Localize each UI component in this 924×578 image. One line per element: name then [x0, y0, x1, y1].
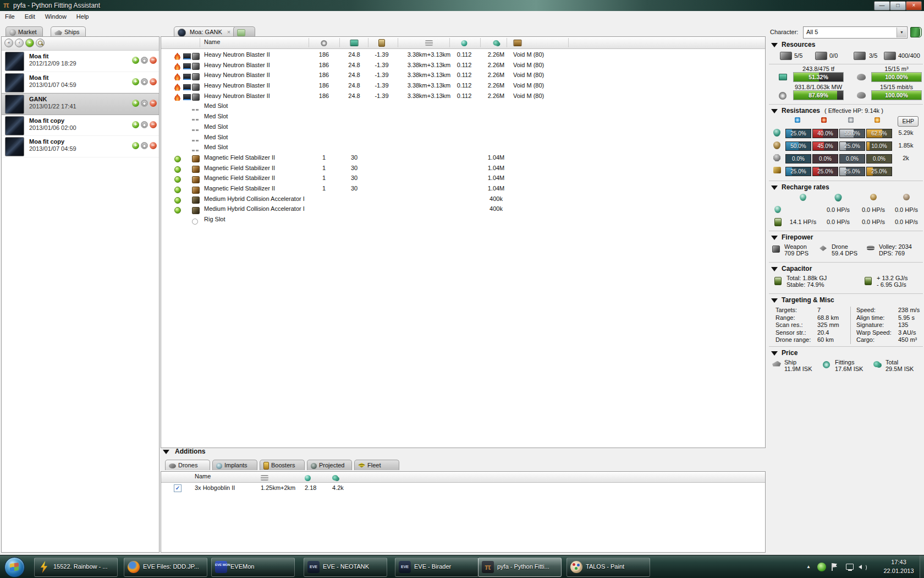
menu-item-file[interactable]: File	[0, 11, 20, 20]
recharge-section[interactable]: Recharge rates	[768, 181, 924, 192]
copy-fit-button[interactable]: +	[132, 78, 139, 85]
fitting-row-low[interactable]: Magnetic Field Stabilizer II1301.04M	[161, 172, 765, 183]
copy-fit-button[interactable]: +	[132, 57, 139, 64]
fitting-row-high[interactable]: Heavy Neutron Blaster II18624.8-1.393.38…	[161, 49, 765, 59]
fitting-row-low[interactable]: Magnetic Field Stabilizer II1301.04M	[161, 152, 765, 162]
delete-fit-button[interactable]: −	[150, 78, 157, 85]
collapse-triangle-icon[interactable]	[771, 109, 778, 113]
drone-active-checkbox[interactable]: ✓	[174, 484, 182, 492]
fit-list-item[interactable]: Moa fit2013/01/07 04:59+−	[2, 72, 159, 94]
capacitor-section[interactable]: Capacitor	[768, 263, 924, 274]
additions-tab-boosters[interactable]: Boosters	[260, 460, 305, 470]
volume-icon[interactable]	[858, 563, 867, 571]
tray-expand-icon[interactable]: ▲	[804, 563, 813, 571]
collapse-triangle-icon[interactable]	[163, 450, 169, 454]
rename-fit-button[interactable]	[141, 100, 148, 107]
fitting-row-med-empty[interactable]: Med Slot	[161, 100, 765, 111]
additions-tab-drones[interactable]: Drones	[165, 460, 210, 470]
taskbar-button-6[interactable]: πpyfa - Python Fitti...	[478, 558, 562, 577]
fitting-row-high[interactable]: Heavy Neutron Blaster II18624.8-1.393.38…	[161, 69, 765, 80]
collapse-triangle-icon[interactable]	[771, 186, 778, 190]
drones-table-header[interactable]: Name	[161, 472, 765, 483]
column-header-tracking-icon[interactable]	[461, 39, 468, 46]
column-header-price-icon[interactable]	[493, 39, 499, 46]
additions-tab-projected[interactable]: Projected	[307, 460, 352, 470]
column-name-header[interactable]: Name	[204, 39, 220, 45]
delete-fit-button[interactable]: −	[150, 142, 157, 149]
new-fit-button[interactable]: +	[25, 39, 34, 47]
sidebar-tab-ships[interactable]: Ships	[51, 26, 86, 37]
fitting-row-med-empty[interactable]: Med Slot	[161, 121, 765, 132]
utorrent-tray-icon[interactable]	[817, 563, 826, 571]
delete-fit-button[interactable]: −	[150, 121, 157, 128]
fit-list-item[interactable]: GANK2013/01/22 17:41+−	[2, 93, 159, 115]
chevron-down-icon[interactable]: ▼	[897, 28, 906, 37]
tab-close-icon[interactable]: ×	[227, 29, 230, 35]
fitting-row-rig[interactable]: Medium Hybrid Collision Accelerator I400…	[161, 193, 765, 204]
copy-fit-button[interactable]: +	[132, 121, 139, 128]
column-header-capacitor-icon[interactable]	[378, 39, 385, 47]
resources-section[interactable]: Resources	[768, 39, 924, 50]
drones-column-header-range-icon[interactable]	[261, 474, 268, 481]
taskbar-button-7[interactable]: TALOS - Paint	[566, 558, 650, 577]
drone-row[interactable]: ✓3x Hobgoblin II1.25km+2km2.184.2k	[161, 483, 765, 493]
firepower-section[interactable]: Firepower	[768, 231, 924, 242]
menu-item-help[interactable]: Help	[72, 11, 94, 20]
copy-fit-button[interactable]: +	[132, 142, 139, 149]
fit-list-item[interactable]: Moa fit2012/12/09 18:29+−	[2, 51, 159, 72]
collapse-triangle-icon[interactable]	[771, 43, 778, 47]
taskbar-button-4[interactable]: EVEEVE - NEOTANK	[304, 558, 387, 577]
sidebar-tab-market[interactable]: Market	[6, 26, 43, 37]
collapse-triangle-icon[interactable]	[771, 267, 778, 271]
fit-list-item[interactable]: Moa fit copy2013/01/06 02:00+−	[2, 115, 159, 137]
character-dropdown[interactable]: All 5 ▼	[803, 26, 908, 39]
column-header-ammo-icon[interactable]	[514, 39, 522, 46]
fitting-row-high[interactable]: Heavy Neutron Blaster II18624.8-1.393.38…	[161, 59, 765, 70]
fitting-row-med-empty[interactable]: Med Slot	[161, 111, 765, 121]
drones-column-header-price-icon[interactable]	[332, 474, 338, 481]
fitting-row-rig[interactable]: Medium Hybrid Collision Accelerator I400…	[161, 203, 765, 214]
minimize-button[interactable]: —	[874, 1, 890, 10]
taskbar-button-3[interactable]: EVE MONEVEMon	[211, 558, 295, 577]
network-icon[interactable]	[845, 563, 854, 571]
column-header-range-icon[interactable]	[425, 39, 433, 46]
fit-list-item[interactable]: Moa fit copy2013/01/07 04:59+−	[2, 136, 159, 157]
menu-item-edit[interactable]: Edit	[20, 11, 40, 20]
menu-item-window[interactable]: Window	[40, 11, 72, 20]
column-header-cpu-icon[interactable]	[350, 39, 359, 46]
taskbar-button-5[interactable]: EVEEVE - Birader	[395, 558, 479, 577]
additions-header[interactable]: Additions	[163, 448, 765, 457]
taskbar-button-2[interactable]: EVE Files: DDD.JP...	[124, 558, 207, 577]
targeting-section[interactable]: Targeting & Misc	[768, 294, 924, 305]
rename-fit-button[interactable]	[141, 78, 148, 85]
column-header-powergrid-icon[interactable]	[321, 39, 327, 46]
price-section[interactable]: Price	[768, 347, 924, 358]
additions-tab-fleet[interactable]: Fleet	[354, 460, 399, 470]
character-editor-icon[interactable]	[910, 27, 922, 37]
fitting-row-rig-empty[interactable]: Rig Slot	[161, 214, 765, 224]
rename-fit-button[interactable]	[141, 121, 148, 128]
action-center-icon[interactable]	[831, 563, 839, 571]
drones-name-header[interactable]: Name	[195, 473, 211, 479]
show-desktop-button[interactable]	[920, 555, 924, 578]
title-bar[interactable]: π pyfa - Python Fitting Assistant — □ ×	[0, 0, 924, 11]
fitting-row-low[interactable]: Magnetic Field Stabilizer II1301.04M	[161, 183, 765, 193]
drones-column-header-tracking-icon[interactable]	[305, 474, 311, 481]
fitting-row-med-empty[interactable]: Med Slot	[161, 132, 765, 142]
delete-fit-button[interactable]: −	[150, 57, 157, 64]
fitting-row-high[interactable]: Heavy Neutron Blaster II18624.8-1.393.38…	[161, 90, 765, 101]
ehp-toggle-button[interactable]: EHP	[898, 116, 919, 127]
fitting-row-low[interactable]: Magnetic Field Stabilizer II1301.04M	[161, 162, 765, 173]
start-button[interactable]	[4, 557, 25, 577]
taskbar-button-1[interactable]: 15522. Rainbow - ...	[34, 558, 118, 577]
additions-tab-implants[interactable]: Implants	[212, 460, 257, 470]
collapse-triangle-icon[interactable]	[771, 351, 778, 356]
new-tab-button[interactable]	[233, 26, 255, 37]
fitting-row-high[interactable]: Heavy Neutron Blaster II18624.8-1.393.38…	[161, 80, 765, 90]
maximize-button[interactable]: □	[890, 1, 906, 10]
clock[interactable]: 17:43 22.01.2013	[879, 558, 919, 575]
resistances-section[interactable]: Resistances( Effective HP: 9.14k )	[768, 105, 924, 116]
collapse-triangle-icon[interactable]	[771, 236, 778, 240]
history-forward-button[interactable]: ‹	[15, 39, 24, 47]
search-button[interactable]	[36, 39, 45, 47]
